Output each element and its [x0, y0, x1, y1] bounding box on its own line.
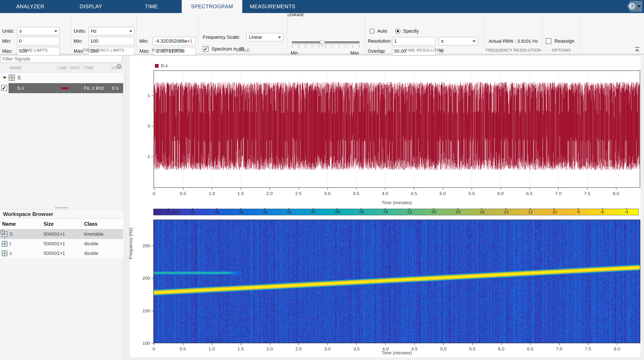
- colorbar-tick-label: -30: [310, 210, 316, 214]
- time-min-input[interactable]: 0: [17, 37, 60, 45]
- col-name[interactable]: Name: [2, 219, 16, 229]
- signal-row[interactable]: ✓ S.x Fs: 1 kHz 0 s: [0, 83, 123, 93]
- tab-analyzer[interactable]: ANALYZER: [0, 0, 60, 13]
- time-plot-axes[interactable]: [153, 70, 640, 188]
- x-tick: [241, 188, 241, 190]
- x-tick-label: 7.0: [556, 346, 562, 352]
- x-tick-label: 3.0: [324, 346, 331, 352]
- var-class: double: [84, 249, 98, 258]
- signal-table-header: NAME LINE INFO TIME START ⚙: [0, 63, 123, 73]
- collapse-group-icon[interactable]: [2, 77, 6, 79]
- panel-splitter-handle[interactable]: [55, 207, 68, 208]
- time-units-dropdown[interactable]: s: [17, 27, 60, 35]
- freq-min-input[interactable]: 100: [88, 37, 135, 45]
- x-tick: [443, 343, 444, 345]
- tab-spectrogram[interactable]: SPECTROGRAM: [182, 0, 242, 13]
- auto-radio[interactable]: [370, 28, 375, 34]
- x-tick: [443, 188, 443, 190]
- workspace-row-t[interactable]: t 500001×1 double: [0, 239, 123, 249]
- specify-radio[interactable]: [395, 28, 400, 34]
- colorbar-tick-label: -16: [479, 210, 484, 214]
- section-power-limits: Min: -4.320352068e+1 Max: -2.957810558 P…: [136, 13, 198, 54]
- y-tick: [152, 126, 153, 126]
- x-tick: [356, 343, 357, 345]
- toolstrip-tab-bar: ANALYZER DISPLAY TIME SPECTROGRAM MEASUR…: [0, 0, 644, 13]
- x-tick-label: 6.0: [498, 346, 504, 352]
- spectrogram-canvas[interactable]: [154, 220, 640, 343]
- var-size: 500001×1: [44, 229, 65, 239]
- x-tick-label: 7.5: [585, 346, 591, 352]
- colorbar-tick-label: -22: [406, 210, 412, 214]
- tab-measurements[interactable]: MEASUREMENTS: [242, 0, 303, 13]
- tab-display[interactable]: DISPLAY: [60, 0, 121, 13]
- section-title: LEAKAGE: [288, 13, 365, 17]
- frequency-scale-label: Frequency Scale:: [203, 33, 240, 41]
- section-time-limits: Units: s Min: 0 Max: 500 TIME LIMITS: [0, 13, 70, 54]
- colorbar-tick-label: -8: [576, 210, 580, 214]
- x-tick-label: 0: [153, 191, 155, 196]
- x-tick-label: 3.5: [353, 191, 359, 196]
- power-min-input[interactable]: -4.320352068e+1: [153, 37, 196, 45]
- x-tick-label: 0.5: [180, 346, 186, 352]
- x-tick: [154, 188, 154, 190]
- colorbar-tick-label: -28: [334, 210, 340, 214]
- plot-signal-checkbox[interactable]: ✓: [1, 85, 7, 91]
- legend-color-swatch: [155, 64, 158, 68]
- help-button[interactable]: ?: [627, 1, 642, 12]
- y-tick-label: 1: [137, 93, 150, 98]
- x-tick-label: 0: [152, 346, 155, 352]
- col-time[interactable]: TIME: [84, 63, 110, 73]
- x-tick-label: 1.0: [208, 191, 215, 196]
- spectrogram-colorbar[interactable]: -42 (dB) -40 -38 -36 -34 -32 -30 -28 -26…: [153, 209, 638, 215]
- workspace-browser: Workspace Browser Name Size Class S 5000…: [0, 209, 123, 258]
- x-tick: [472, 343, 473, 345]
- signal-group-row[interactable]: S: [0, 73, 123, 83]
- resolution-units-dropdown[interactable]: s: [439, 37, 478, 45]
- chevron-down-icon: [54, 30, 57, 32]
- x-tick-label: 3.0: [324, 191, 330, 196]
- var-name: t: [10, 239, 11, 249]
- y-tick-label: 100: [137, 341, 150, 346]
- freq-units-dropdown[interactable]: Hz: [88, 27, 135, 35]
- collapse-ribbon-button[interactable]: [634, 47, 640, 52]
- reassign-checkbox[interactable]: [546, 38, 552, 44]
- gear-icon[interactable]: ⚙: [116, 62, 122, 70]
- x-tick: [270, 343, 270, 345]
- reassign-label: Reassign: [554, 37, 574, 45]
- signal-line-swatch: [61, 87, 69, 89]
- signal-time: Fs: 1 kHz: [84, 83, 104, 93]
- resolution-input[interactable]: 1: [392, 37, 436, 45]
- col-line[interactable]: LINE: [58, 63, 68, 73]
- time-plot-canvas[interactable]: [154, 71, 640, 187]
- auto-radio-label: Auto: [377, 27, 387, 35]
- plot-legend[interactable]: S.x: [155, 63, 168, 68]
- group-name: S: [18, 75, 21, 81]
- colorbar-tick-label: -4: [624, 210, 628, 214]
- actual-rbw-readout: Actual RBW : 3.9101 Hz: [484, 37, 542, 45]
- x-tick-label: 1.0: [208, 346, 215, 352]
- col-info[interactable]: INFO: [70, 63, 81, 73]
- x-tick-label: 1.5: [238, 191, 244, 196]
- tab-time[interactable]: TIME: [121, 0, 182, 13]
- freq-min-label: Min:: [74, 37, 83, 45]
- help-icon: ?: [628, 3, 636, 10]
- x-tick-label: 2.5: [295, 191, 302, 196]
- spectrogram-axes[interactable]: [153, 220, 640, 343]
- x-tick: [270, 188, 270, 190]
- section-frequency-limits: Units: Hz Min: 100 Max: 290 FREQUENCY LI…: [70, 13, 136, 54]
- colorbar-tick-label: -42 (dB): [165, 210, 180, 214]
- col-name[interactable]: NAME: [10, 63, 53, 73]
- filter-signals-input[interactable]: [1, 55, 122, 63]
- workspace-row-S[interactable]: S 500001×1 timetable: [0, 229, 123, 239]
- x-tick: [530, 343, 530, 345]
- x-tick: [212, 343, 212, 345]
- specify-radio-label: Specify: [403, 27, 419, 35]
- panel-divider[interactable]: [126, 55, 126, 360]
- leakage-slider-track[interactable]: [292, 41, 360, 44]
- frequency-scale-dropdown[interactable]: Linear: [246, 33, 284, 41]
- x-tick-label: 6.5: [527, 346, 533, 352]
- workspace-row-x[interactable]: x 500001×1 double: [0, 249, 123, 258]
- x-tick: [212, 188, 212, 190]
- col-class[interactable]: Class: [84, 219, 98, 229]
- col-size[interactable]: Size: [44, 219, 54, 229]
